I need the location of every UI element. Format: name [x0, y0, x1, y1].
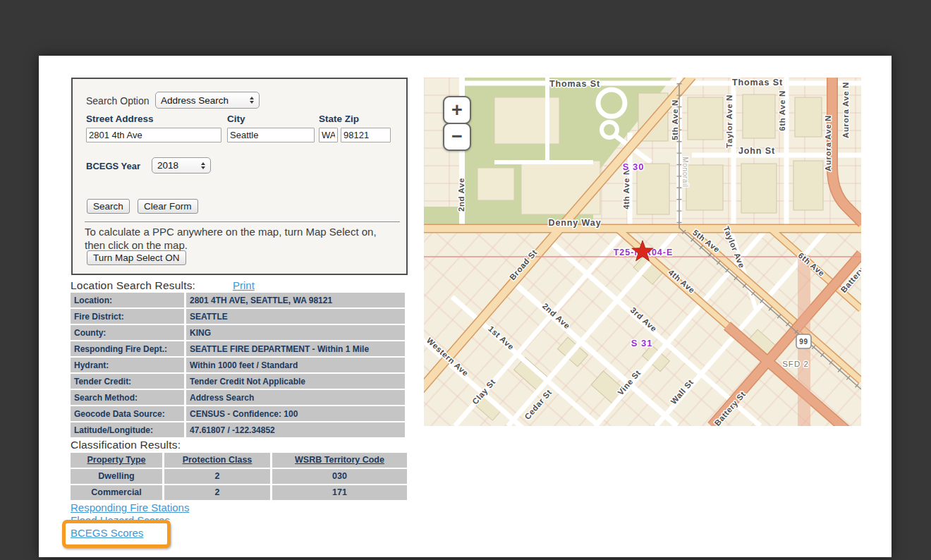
search-option-label: Search Option	[86, 95, 150, 106]
select-stepper-icon	[201, 162, 205, 169]
street-address-label: Street Address	[86, 114, 154, 124]
table-row: Responding Fire Dept.:SEATTLE FIRE DEPAR…	[71, 341, 405, 356]
highway-99-shield-label: 99	[799, 338, 808, 346]
table-row: County:KING	[71, 325, 405, 340]
table-row: Location:2801 4TH AVE, SEATTLE, WA 98121	[71, 293, 405, 308]
responding-fire-stations-link[interactable]: Responding Fire Stations	[71, 501, 189, 513]
table-row: Latitude/Longitude:47.61807 / -122.34852	[71, 422, 405, 437]
street-label: 5th Ave N	[671, 99, 679, 140]
column-header[interactable]: Protection Class	[164, 453, 270, 468]
turn-map-select-on-button[interactable]: Turn Map Select ON	[87, 250, 186, 265]
table-row: Fire District:SEATTLE	[71, 309, 405, 324]
zip-input[interactable]	[341, 128, 391, 142]
map-container: Thomas St Thomas St John St Denny Way 2n…	[424, 78, 861, 426]
location-results-table: Location:2801 4TH AVE, SEATTLE, WA 98121…	[71, 293, 405, 439]
city-label: City	[227, 114, 245, 124]
table-row: Tender Credit:Tender Credit Not Applicab…	[71, 374, 405, 389]
street-label: 6th Ave N	[778, 90, 786, 131]
street-label: Aurora Ave N	[824, 115, 832, 171]
street-label: John St	[738, 146, 775, 156]
table-row: Hydrant:Within 1000 feet / Standard	[71, 358, 405, 372]
column-header[interactable]: Property Type	[71, 453, 162, 468]
page: Search Option Address Search Street Addr…	[39, 56, 892, 557]
table-row: Geocode Data Source:CENSUS - Confidence:…	[71, 406, 405, 421]
street-label: Aurora Ave N	[841, 82, 850, 138]
street-label: Denny Way	[548, 218, 601, 228]
street-label: 2nd Ave	[457, 178, 466, 212]
table-row: Search Method:Address Search	[71, 390, 405, 405]
location-results-heading: Location Search Results:	[71, 279, 195, 292]
search-option-select[interactable]: Address Search	[155, 92, 260, 109]
map-zoom-controls: + −	[443, 96, 471, 151]
street-label: Thomas St	[549, 79, 600, 89]
zoom-in-button[interactable]: +	[443, 96, 471, 124]
classification-table: Property Type Protection Class WSRB Terr…	[71, 453, 407, 501]
zoom-out-button[interactable]: −	[443, 123, 471, 151]
fire-station-label: SFD 2	[782, 360, 809, 368]
street-label: 4th Ave N	[622, 169, 631, 209]
select-stepper-icon	[250, 97, 254, 104]
table-row: Dwelling 2 030	[71, 469, 407, 484]
table-row: Commercial 2 171	[71, 485, 407, 500]
bcegs-year-select[interactable]: 2018	[152, 157, 211, 174]
search-button[interactable]: Search	[87, 199, 130, 214]
bcegs-scores-link[interactable]: BCEGS Scores	[71, 527, 143, 539]
column-header[interactable]: WSRB Territory Code	[272, 453, 407, 468]
city-input[interactable]	[227, 128, 315, 142]
bcegs-year-selected-value: 2018	[157, 160, 178, 171]
print-link[interactable]: Print	[233, 279, 255, 291]
desktop-background: { "form": { "search_option_label": "Sear…	[0, 0, 931, 560]
annotation-highlight-box: BCEGS Scores	[62, 520, 171, 548]
classification-heading: Classification Results:	[71, 439, 181, 451]
state-zip-label: State Zip	[319, 114, 359, 124]
clear-form-button[interactable]: Clear Form	[138, 199, 198, 214]
street-label: Taylor Ave N	[725, 95, 734, 148]
street-label: Thomas St	[732, 78, 783, 87]
state-input[interactable]	[319, 128, 338, 142]
form-divider	[85, 221, 400, 222]
search-option-selected-value: Address Search	[161, 95, 229, 106]
search-form-panel: Search Option Address Search Street Addr…	[71, 78, 408, 275]
street-address-input[interactable]	[86, 128, 221, 142]
bcegs-year-label: BCEGS Year	[86, 161, 140, 171]
section-label: S 30	[623, 162, 645, 172]
map-select-note: To calculate a PPC anywhere on the map, …	[85, 226, 379, 252]
table-header-row: Property Type Protection Class WSRB Terr…	[71, 453, 407, 468]
section-label: S 31	[631, 338, 653, 348]
monorail-label: Monorail	[681, 157, 689, 187]
map-canvas[interactable]: Thomas St Thomas St John St Denny Way 2n…	[424, 78, 861, 426]
